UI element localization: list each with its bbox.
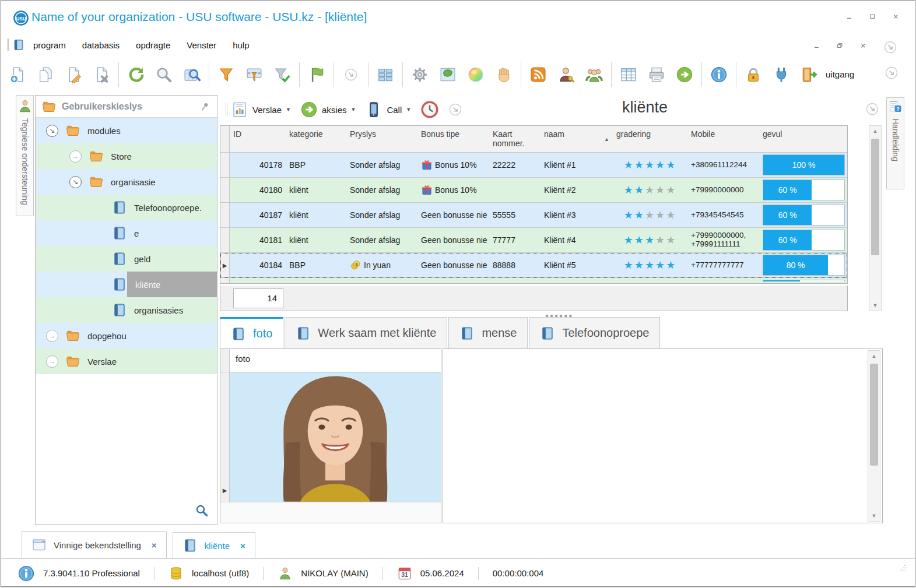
toolbar-edit-record-button[interactable] — [61, 61, 86, 89]
column-header-naam[interactable]: naam▲ — [541, 126, 613, 152]
toolbar-flag-button[interactable] — [304, 61, 329, 89]
star-rating[interactable]: ★★★★★ — [624, 185, 677, 195]
maximize-button[interactable] — [869, 13, 879, 23]
menu-hulp[interactable]: hulp — [233, 40, 249, 50]
close-button[interactable] — [893, 13, 902, 23]
mdi-minimize-button[interactable] — [813, 43, 823, 52]
scroll-up-icon[interactable]: ▲ — [869, 126, 881, 136]
pin-icon[interactable] — [199, 101, 211, 112]
call-button[interactable]: Call▼ — [365, 101, 411, 118]
table-row-kli-nt-2[interactable]: 40180kliëntSonder afslagBonus 10%Kliënt … — [220, 178, 847, 203]
star-rating[interactable]: ★★★★★ — [624, 210, 677, 220]
toolbar-search-button[interactable] — [151, 61, 177, 89]
expand-icon[interactable]: → — [46, 330, 58, 342]
column-header-bonus-tipe[interactable]: Bonus tipe — [417, 126, 489, 152]
detail-tab-mense[interactable]: mense — [448, 317, 528, 348]
resize-grip[interactable]: ∴∴∴ — [896, 565, 907, 575]
toolbar-info-button[interactable] — [706, 61, 732, 89]
toolbar-more-button[interactable] — [338, 61, 364, 89]
toolbar-filter-button[interactable] — [213, 61, 239, 89]
toolbar-filter-range-button[interactable] — [241, 61, 267, 89]
scroll-down-icon[interactable]: ▼ — [868, 510, 880, 521]
toolbar-filter-apply-button[interactable] — [269, 61, 295, 89]
expand-icon[interactable]: → — [46, 355, 58, 368]
column-header-id[interactable]: ID — [230, 126, 286, 152]
table-row-kli-nt-3[interactable]: 40187kliëntSonder afslagGeen bonusse nie… — [220, 203, 847, 228]
column-header-kaart-nommer-[interactable]: Kaart nommer. — [489, 126, 541, 152]
star-rating[interactable]: ★★★★★ — [624, 235, 677, 245]
toolbar-rss-button[interactable] — [525, 61, 551, 89]
table-row-kli-nt-5[interactable]: ▶40184BBP$In yuanGeen bonusse nie88888Kl… — [220, 253, 847, 278]
toolbar-color-wheel-button[interactable] — [463, 61, 489, 89]
column-header-gradering[interactable]: gradering — [613, 126, 687, 152]
toolbar-user-group-button[interactable] — [581, 61, 607, 89]
menu-Venster[interactable]: Venster — [187, 40, 216, 50]
clock-button[interactable] — [420, 100, 439, 119]
column-header-kategorie[interactable]: kategorie — [286, 126, 346, 152]
tree-item-geld[interactable]: geld — [36, 246, 217, 272]
scroll-up-icon[interactable]: ▲ — [868, 351, 880, 361]
mdi-restore-button[interactable] — [837, 43, 846, 52]
tree-item-organisasies[interactable]: organisasies — [36, 297, 217, 323]
window-tab-kli-nte[interactable]: kliënte× — [173, 532, 255, 558]
toolbar-lock-button[interactable] — [740, 61, 766, 89]
more-button[interactable] — [448, 103, 462, 117]
tab-tegniese-ondersteuning[interactable]: Tegniese ondersteuning — [16, 95, 34, 216]
column-header-pryslys[interactable]: Pryslys — [346, 126, 417, 152]
detail-tab-werk-saam-met-kli-nte[interactable]: Werk saam met kliënte — [285, 317, 447, 348]
table-row-kli-nt-1[interactable]: 40178BBPSonder afslagBonus 10%22222Kliën… — [220, 153, 847, 178]
toolbar-user-key-button[interactable] — [553, 61, 579, 89]
toolbar-delete-record-button[interactable] — [89, 61, 114, 89]
toolbar-refresh-button[interactable] — [123, 61, 149, 89]
tree-item-store[interactable]: →Store — [36, 143, 217, 169]
tree-item-modules[interactable]: ↘modules — [36, 118, 217, 143]
toolbar-copy-record-button[interactable] — [33, 61, 58, 89]
mdi-close-button[interactable] — [860, 43, 869, 52]
menu-program[interactable]: program — [33, 40, 66, 50]
tree-search-icon[interactable] — [195, 504, 209, 517]
toolbar-table-button[interactable] — [616, 61, 641, 89]
toolbar-grid-views-button[interactable] — [373, 61, 398, 89]
aksies-button[interactable]: aksies▼ — [300, 101, 356, 118]
toolbar-print-button[interactable] — [644, 61, 669, 89]
panel-scrollbar[interactable]: ▲ ▼ — [868, 350, 880, 522]
tree-item-kli-nte[interactable]: kliënte — [36, 272, 217, 297]
toolbar-go-next-button[interactable] — [672, 61, 697, 89]
tab-handleiding[interactable]: ? Handleiding — [886, 97, 904, 189]
detail-tab-telefoonoproepe[interactable]: Telefoonoproepe — [529, 317, 660, 348]
toolbar-plug-button[interactable] — [768, 61, 794, 89]
tree-item-organisasie[interactable]: ↘organisasie — [36, 169, 217, 195]
toolbar-overflow-icon[interactable] — [885, 66, 899, 80]
scroll-thumb[interactable] — [871, 139, 879, 255]
tree-item-telefoonoproepe-[interactable]: Telefoonoproepe. — [36, 195, 217, 220]
collapse-icon[interactable]: ↘ — [46, 125, 58, 137]
tab-close-icon[interactable]: × — [152, 540, 157, 550]
panel-overflow-icon[interactable] — [865, 102, 879, 116]
star-rating[interactable]: ★★★★★ — [624, 160, 677, 170]
window-tab-vinnige-bekendstelling[interactable]: Vinnige bekendstelling× — [22, 531, 167, 558]
minimize-button[interactable] — [846, 13, 855, 23]
toolbar-settings-button[interactable] — [407, 61, 433, 89]
tree-item-e[interactable]: e — [36, 220, 217, 246]
mdi-overflow-icon[interactable] — [883, 40, 897, 54]
toolbar-search-grid-button[interactable] — [179, 61, 205, 89]
detail-tab-foto[interactable]: foto — [220, 317, 283, 348]
scroll-down-icon[interactable]: ▼ — [869, 300, 881, 311]
verslae-button[interactable]: Verslae▼ — [231, 101, 291, 118]
toolbar-add-record-button[interactable] — [5, 61, 30, 89]
table-scrollbar[interactable]: ▲ ▼ — [869, 125, 882, 311]
column-header-mobile[interactable]: Mobile — [687, 126, 760, 152]
column-header-gevul[interactable]: gevul — [760, 126, 847, 152]
tree-item-dopgehou[interactable]: →dopgehou — [36, 323, 217, 348]
toolbar-hand-button[interactable] — [491, 61, 517, 89]
collapse-icon[interactable]: ↘ — [69, 176, 82, 188]
expand-icon[interactable]: → — [69, 150, 82, 163]
toolbar-map-button[interactable] — [435, 61, 461, 89]
scroll-thumb[interactable] — [870, 364, 878, 466]
star-rating[interactable]: ★★★★★ — [624, 260, 677, 270]
toolbar-exit-button[interactable] — [796, 61, 822, 89]
tree-item-verslae[interactable]: →Verslae — [36, 348, 217, 374]
menu-opdragte[interactable]: opdragte — [136, 40, 170, 50]
tab-close-icon[interactable]: × — [240, 541, 245, 551]
menu-databasis[interactable]: databasis — [82, 40, 120, 50]
